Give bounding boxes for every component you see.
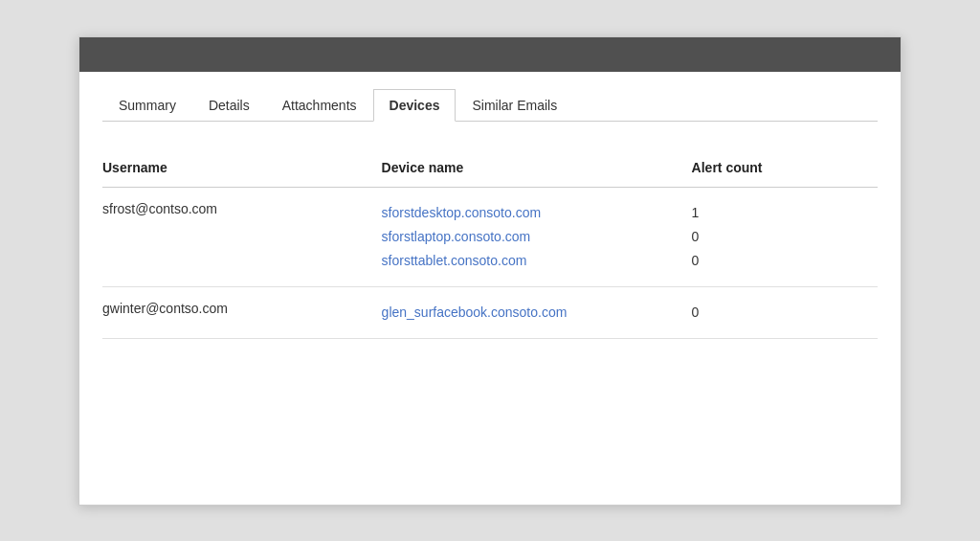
table-body: sfrost@contso.comsforstdesktop.consoto.c… xyxy=(102,187,878,339)
cell-device-names: sforstdesktop.consoto.comsforstlaptop.co… xyxy=(382,187,692,287)
alert-count-value: 0 xyxy=(692,225,878,249)
modal-header xyxy=(79,37,901,72)
device-link[interactable]: sforstlaptop.consoto.com xyxy=(382,225,692,249)
col-header-alert: Alert count xyxy=(692,152,878,188)
devices-table: Username Device name Alert count sfrost@… xyxy=(102,152,878,340)
cell-username: gwinter@contso.com xyxy=(102,287,382,339)
col-header-username: Username xyxy=(102,152,382,188)
device-link[interactable]: glen_surfacebook.consoto.com xyxy=(382,301,692,325)
alert-count-value: 1 xyxy=(692,201,878,225)
modal-body: SummaryDetailsAttachmentsDevicesSimilar … xyxy=(79,72,901,363)
table-head: Username Device name Alert count xyxy=(102,152,878,188)
cell-device-names: glen_surfacebook.consoto.com xyxy=(382,287,692,339)
alert-count-value: 0 xyxy=(692,249,878,273)
cell-username: sfrost@contso.com xyxy=(102,187,382,287)
device-link[interactable]: sforstdesktop.consoto.com xyxy=(382,201,692,225)
tab-details[interactable]: Details xyxy=(192,89,266,122)
cell-alert-counts: 0 xyxy=(692,287,878,339)
table-row: sfrost@contso.comsforstdesktop.consoto.c… xyxy=(102,187,878,287)
modal-dialog: SummaryDetailsAttachmentsDevicesSimilar … xyxy=(78,36,902,506)
alert-count-value: 0 xyxy=(692,301,878,325)
tab-attachments[interactable]: Attachments xyxy=(266,89,373,122)
table-row: gwinter@contso.comglen_surfacebook.conso… xyxy=(102,287,878,339)
devices-table-container: Username Device name Alert count sfrost@… xyxy=(102,145,878,340)
cell-alert-counts: 100 xyxy=(692,187,878,287)
modal-overlay: SummaryDetailsAttachmentsDevicesSimilar … xyxy=(0,0,980,541)
tab-bar: SummaryDetailsAttachmentsDevicesSimilar … xyxy=(102,72,878,122)
col-header-device: Device name xyxy=(382,152,692,188)
table-header-row: Username Device name Alert count xyxy=(102,152,878,188)
tab-summary[interactable]: Summary xyxy=(102,89,192,122)
tab-devices[interactable]: Devices xyxy=(373,89,457,122)
device-link[interactable]: sforsttablet.consoto.com xyxy=(382,249,692,273)
tab-similar-emails[interactable]: Similar Emails xyxy=(456,89,573,122)
